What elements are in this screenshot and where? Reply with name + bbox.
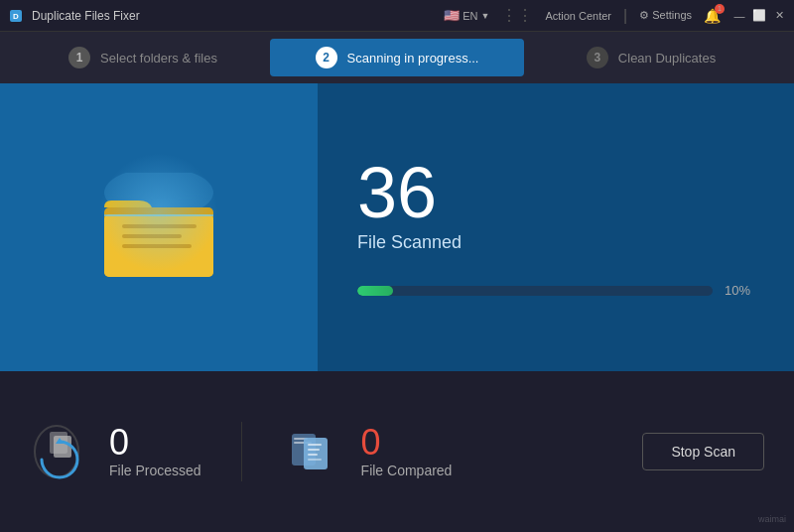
step-2[interactable]: 2 Scanning in progress... xyxy=(270,39,524,76)
svg-rect-11 xyxy=(54,436,71,458)
svg-rect-17 xyxy=(308,444,322,446)
app-title: Duplicate Files Fixer xyxy=(32,9,140,23)
folder-glow xyxy=(99,153,218,272)
stop-scan-button[interactable]: Stop Scan xyxy=(642,433,764,470)
scan-info-panel: 36 File Scanned 10% xyxy=(318,83,794,371)
action-center-button[interactable]: Action Center xyxy=(545,10,611,22)
file-compared-label: File Compared xyxy=(361,463,453,478)
main-content: 36 File Scanned 10% xyxy=(0,83,794,371)
step-1-number: 1 xyxy=(68,47,90,68)
title-bar: D Duplicate Files Fixer 🇺🇸 EN ▼ ⋮⋮ Actio… xyxy=(0,0,794,32)
progress-bar-container: 10% xyxy=(357,283,754,298)
minimize-button[interactable]: — xyxy=(732,9,746,23)
svg-rect-18 xyxy=(308,449,320,451)
file-compared-stat: 0 File Compared xyxy=(282,420,453,483)
step-3-number: 3 xyxy=(587,47,608,68)
progress-percent-label: 10% xyxy=(725,283,754,298)
files-scanned-count: 36 xyxy=(357,157,437,228)
bottom-stats-bar: 0 File Processed 0 File Comp xyxy=(0,371,794,532)
step-2-label: Scanning in progress... xyxy=(347,51,479,66)
title-bar-left: D Duplicate Files Fixer xyxy=(8,8,140,24)
watermark: waimai xyxy=(758,514,786,524)
app-icon: D xyxy=(8,8,24,24)
folder-icon-wrap xyxy=(94,173,223,282)
file-compared-icon xyxy=(282,420,345,483)
language-selector[interactable]: 🇺🇸 EN ▼ xyxy=(444,8,489,23)
window-controls: — ⬜ ✕ xyxy=(732,9,786,23)
stats-divider xyxy=(241,422,242,481)
svg-text:D: D xyxy=(13,12,19,21)
close-button[interactable]: ✕ xyxy=(772,9,786,23)
notification-badge: 1 xyxy=(715,4,725,14)
step-2-number: 2 xyxy=(316,47,337,68)
step-bar: 1 Select folders & files 2 Scanning in p… xyxy=(0,32,794,83)
svg-rect-19 xyxy=(308,454,318,456)
step-3-label: Clean Duplicates xyxy=(618,51,716,66)
file-processed-info: 0 File Processed xyxy=(109,425,201,478)
folder-animation-panel xyxy=(0,83,318,371)
file-compared-svg xyxy=(284,422,343,481)
file-processed-count: 0 xyxy=(109,425,201,461)
files-scanned-label: File Scanned xyxy=(357,232,462,253)
title-bar-right: 🇺🇸 EN ▼ ⋮⋮ Action Center | ⚙ Settings 🔔 … xyxy=(444,6,786,25)
file-compared-count: 0 xyxy=(361,425,453,461)
file-processed-label: File Processed xyxy=(109,463,201,478)
svg-rect-20 xyxy=(308,459,322,461)
step-3[interactable]: 3 Clean Duplicates xyxy=(524,39,778,76)
step-1-label: Select folders & files xyxy=(100,51,217,66)
maximize-button[interactable]: ⬜ xyxy=(752,9,766,23)
notification-bell[interactable]: 🔔 1 xyxy=(704,8,721,24)
progress-bar-fill xyxy=(357,286,393,296)
file-compared-info: 0 File Compared xyxy=(361,425,453,478)
file-processed-svg xyxy=(32,422,91,481)
settings-button[interactable]: ⚙ Settings xyxy=(639,9,692,22)
step-1[interactable]: 1 Select folders & files xyxy=(16,39,270,76)
file-processed-stat: 0 File Processed xyxy=(30,420,201,483)
file-processed-icon xyxy=(30,420,93,483)
progress-bar-background xyxy=(357,286,713,296)
